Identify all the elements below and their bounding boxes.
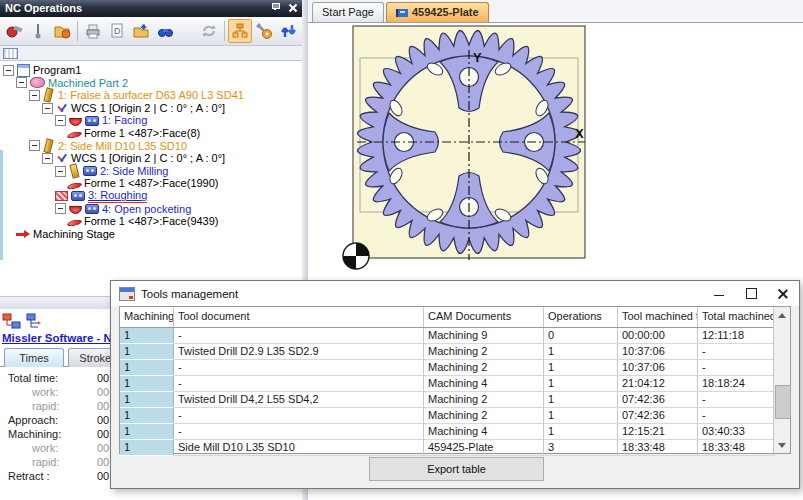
wcs-icon — [56, 103, 68, 114]
column-header[interactable]: Operations — [544, 307, 618, 327]
table-cell: Machining 2 — [424, 408, 544, 424]
export-table-button[interactable]: Export table — [369, 457, 544, 481]
tree-item[interactable]: 3: Roughing — [0, 190, 302, 203]
machine-origin-icon — [343, 243, 369, 269]
mill-icon — [71, 191, 85, 201]
expand-toggle-icon[interactable] — [55, 203, 66, 214]
tree-item-label: 2: Side Milling — [100, 165, 168, 178]
table-row[interactable]: 1-Machining 4112:15:2103:40:33 — [120, 424, 790, 440]
time-row-value: 00 — [97, 399, 109, 413]
tree-item[interactable]: 1: Facing — [0, 114, 302, 127]
vertical-scrollbar[interactable] — [773, 307, 790, 453]
table-row[interactable]: 1Side Mill D10 L35 SD10459425-Plate318:3… — [120, 440, 790, 456]
machining-tree-icon[interactable] — [2, 313, 22, 329]
table-cell: Machining 4 — [424, 376, 544, 392]
column-header[interactable]: Tool document — [174, 307, 424, 327]
tree-item[interactable]: WCS 1 [Origin 2 | C : 0° ; A : 0°] — [0, 152, 302, 165]
maximize-button[interactable] — [735, 281, 767, 306]
tree-item-label: 2: Side Mill D10 L35 SD10 — [58, 140, 187, 153]
expand-toggle-icon[interactable] — [29, 90, 40, 101]
expand-toggle-icon[interactable] — [16, 77, 27, 88]
expand-toggle-icon[interactable] — [55, 115, 66, 126]
tree-item[interactable]: Forme 1 <487>:Face(1990) — [0, 177, 302, 190]
tree-item[interactable]: 2: Side Milling — [0, 165, 302, 178]
table-row[interactable]: 1-Machining 2107:42:36- — [120, 408, 790, 424]
scroll-thumb[interactable] — [775, 385, 791, 419]
table-row[interactable]: 1Twisted Drill D4,2 L55 SD4,2Machining 2… — [120, 392, 790, 408]
rotary-tool-icon[interactable] — [2, 19, 26, 43]
time-row-label: work: — [32, 385, 58, 399]
roughing-icon — [55, 191, 68, 201]
refresh-icon[interactable] — [197, 19, 221, 43]
expand-toggle-icon[interactable] — [29, 140, 40, 151]
expand-toggle-icon[interactable] — [55, 166, 66, 177]
table-cell: 1 — [544, 392, 618, 408]
operations-list-icon[interactable] — [26, 313, 46, 329]
expand-toggle-icon[interactable] — [3, 65, 14, 76]
tree-item-label: Machining Stage — [33, 228, 115, 241]
tab-times[interactable]: Times — [4, 348, 64, 367]
column-header[interactable]: Machining — [120, 307, 174, 327]
tree-item-label: WCS 1 [Origin 2 | C : 0° ; A : 0°] — [71, 152, 225, 165]
table-cell: Twisted Drill D4,2 L55 SD4,2 — [174, 392, 424, 408]
table-cell: - — [174, 328, 424, 344]
tool-settings-icon[interactable] — [252, 19, 276, 43]
table-cell: 1 — [544, 408, 618, 424]
cad-viewport[interactable]: Y X — [339, 12, 599, 272]
tree-item[interactable]: 4: Open pocketing — [0, 203, 302, 216]
close-button[interactable] — [767, 281, 799, 306]
table-cell: 1 — [120, 344, 174, 360]
tree-item[interactable]: Machined Part 2 — [0, 77, 302, 90]
expand-toggle-icon[interactable] — [42, 153, 53, 164]
column-header[interactable]: CAM Documents — [424, 307, 544, 327]
table-cell: 1 — [544, 344, 618, 360]
table-cell: 1 — [544, 360, 618, 376]
table-row[interactable]: 1-Machining 9000:00:0012:11:18 — [120, 328, 790, 344]
table-row[interactable]: 1-Machining 4121:04:1218:18:24 — [120, 376, 790, 392]
expand-toggle-icon[interactable] — [42, 103, 53, 114]
table-cell: 1 — [120, 328, 174, 344]
table-row[interactable]: 1-Machining 2110:37:06- — [120, 360, 790, 376]
column-header[interactable]: Tool machined time — [618, 307, 698, 327]
folder-search-icon[interactable] — [50, 19, 74, 43]
table-row[interactable]: 1Twisted Drill D2.9 L35 SD2.9Machining 2… — [120, 344, 790, 360]
scroll-down-icon[interactable] — [774, 437, 790, 453]
tree-item[interactable]: Forme 1 <487>:Face(8) — [0, 127, 302, 140]
search-icon[interactable] — [153, 19, 177, 43]
tools-management-dialog: Tools management MachiningTool documentC… — [110, 280, 800, 489]
toolbar-separator — [224, 21, 225, 41]
probe-icon[interactable] — [26, 19, 50, 43]
scroll-up-icon[interactable] — [774, 307, 790, 323]
minimize-button[interactable] — [703, 281, 735, 306]
table-cell: - — [174, 360, 424, 376]
nc-panel-titlebar[interactable]: NC Operations — [0, 0, 302, 17]
nc-tree: Program1Machined Part 21: Fraise à surfa… — [0, 61, 302, 240]
tree-item[interactable]: Program1 — [0, 64, 302, 77]
columns-icon[interactable] — [3, 48, 18, 59]
time-row-label: Machining: — [8, 427, 61, 441]
tree-item[interactable]: WCS 1 [Origin 2 | C : 0° ; A : 0°] — [0, 102, 302, 115]
tree-item-label: Forme 1 <487>:Face(8) — [84, 127, 200, 140]
pin-icon[interactable] — [269, 2, 281, 14]
dialog-titlebar[interactable]: Tools management — [111, 281, 799, 306]
operations-manager-icon[interactable] — [228, 19, 252, 43]
table-cell: 18:33:48 — [698, 440, 775, 456]
print-preview-icon[interactable]: D — [105, 19, 129, 43]
tree-item-label: 1: Facing — [102, 114, 147, 127]
printer-icon[interactable] — [81, 19, 105, 43]
table-cell: - — [698, 344, 775, 360]
tree-item[interactable]: 2: Side Mill D10 L35 SD10 — [0, 140, 302, 153]
column-header[interactable]: Total machined time — [698, 307, 775, 327]
close-icon[interactable] — [287, 2, 299, 14]
tree-item[interactable]: 1: Fraise à surfacer D63 A90 L3 SD41 — [0, 89, 302, 102]
table-cell: 00:00:00 — [618, 328, 698, 344]
table-cell: 1 — [120, 424, 174, 440]
tree-item-label: Program1 — [33, 64, 81, 77]
table-cell: 1 — [120, 376, 174, 392]
table-cell: 21:04:12 — [618, 376, 698, 392]
open-folder-icon[interactable] — [129, 19, 153, 43]
tree-item[interactable]: Forme 1 <487>:Face(9439) — [0, 215, 302, 228]
stage-arrow-icon — [16, 229, 30, 239]
sort-arrows-icon[interactable] — [276, 19, 300, 43]
tree-item[interactable]: Machining Stage — [0, 228, 302, 241]
